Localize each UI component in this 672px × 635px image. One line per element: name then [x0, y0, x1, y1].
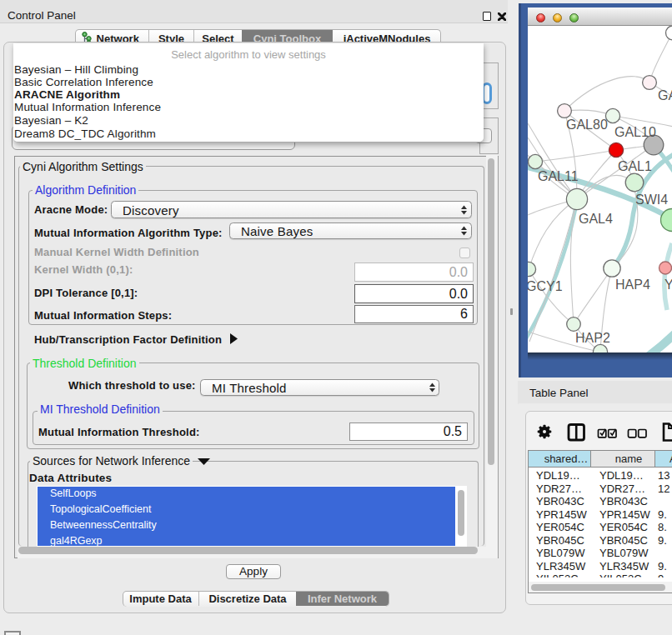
svg-text:HAP4: HAP4 [615, 278, 650, 292]
svg-text:GAL10: GAL10 [614, 125, 656, 139]
svg-text:GAL4: GAL4 [579, 212, 613, 226]
svg-text:SWI4: SWI4 [635, 192, 668, 207]
svg-text:GAL11: GAL11 [538, 169, 579, 183]
svg-text:GAL80: GAL80 [566, 118, 608, 132]
svg-text:GCY1: GCY1 [528, 279, 563, 293]
svg-text:GAL: GAL [658, 88, 672, 102]
svg-text:HAP2: HAP2 [575, 331, 610, 345]
svg-text:GAL1: GAL1 [618, 159, 652, 173]
svg-text:Y: Y [664, 278, 672, 292]
